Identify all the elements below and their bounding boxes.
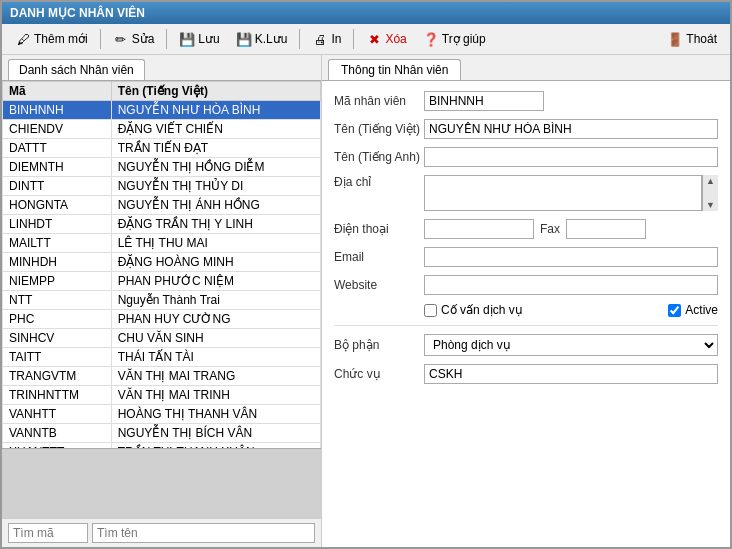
dia-chi-scrollbar[interactable]: ▲ ▼ bbox=[702, 175, 718, 211]
them-moi-label: Thêm mới bbox=[34, 32, 88, 46]
ma-nhan-vien-label: Mã nhân viên bbox=[334, 94, 424, 108]
table-row[interactable]: DATTTTRẦN TIẾN ĐẠT bbox=[3, 139, 321, 158]
table-row[interactable]: TRANGVTMVĂN THỊ MAI TRANG bbox=[3, 367, 321, 386]
content-area: Danh sách Nhân viên Mã Tên (Tiếng Việt) … bbox=[2, 55, 730, 547]
dien-thoai-input[interactable] bbox=[424, 219, 534, 239]
kluu-button[interactable]: 💾 K.Lưu bbox=[229, 28, 295, 50]
xoa-label: Xóa bbox=[385, 32, 406, 46]
ksave-icon: 💾 bbox=[236, 31, 252, 47]
table-row[interactable]: MAILTTLÊ THỊ THU MAI bbox=[3, 234, 321, 253]
dia-chi-label: Địa chỉ bbox=[334, 175, 424, 189]
table-row[interactable]: SINHCVCHU VĂN SINH bbox=[3, 329, 321, 348]
co-van-dich-vu-checkbox[interactable] bbox=[424, 304, 437, 317]
ten-tieng-viet-input[interactable] bbox=[424, 119, 718, 139]
email-input[interactable] bbox=[424, 247, 718, 267]
cell-ma: VANHTT bbox=[3, 405, 112, 424]
tro-giup-button[interactable]: ❓ Trợ giúp bbox=[416, 28, 493, 50]
table-row[interactable]: DIEMNTHNGUYỄN THỊ HỒNG DIỄM bbox=[3, 158, 321, 177]
sep3 bbox=[299, 29, 300, 49]
cell-ten: NGUYỄN THỊ HỒNG DIỄM bbox=[111, 158, 320, 177]
window-title: DANH MỤC NHÂN VIÊN bbox=[10, 6, 145, 20]
cell-ten: CHU VĂN SINH bbox=[111, 329, 320, 348]
thoat-button[interactable]: 🚪 Thoát bbox=[660, 28, 724, 50]
bo-phan-select[interactable]: Phòng dịch vụ bbox=[424, 334, 718, 356]
col-ten: Tên (Tiếng Việt) bbox=[111, 82, 320, 101]
employee-table-container[interactable]: Mã Tên (Tiếng Việt) BINHNNHNGUYỄN NHƯ HÒ… bbox=[2, 80, 321, 448]
cell-ma: LINHDT bbox=[3, 215, 112, 234]
luu-button[interactable]: 💾 Lưu bbox=[172, 28, 226, 50]
title-bar: DANH MỤC NHÂN VIÊN bbox=[2, 2, 730, 24]
table-row[interactable]: TRINHNTTMVĂN THỊ MAI TRINH bbox=[3, 386, 321, 405]
table-row[interactable]: BINHNNHNGUYỄN NHƯ HÒA BÌNH bbox=[3, 101, 321, 120]
table-row[interactable]: PHCPHAN HUY CƯỜNG bbox=[3, 310, 321, 329]
thoat-label: Thoát bbox=[686, 32, 717, 46]
active-label: Active bbox=[685, 303, 718, 317]
form-panel: Mã nhân viên Tên (Tiếng Việt) Tên (Tiếng… bbox=[322, 80, 730, 547]
cell-ma: NTT bbox=[3, 291, 112, 310]
search-ma-input[interactable] bbox=[8, 523, 88, 543]
row-ten-tieng-anh: Tên (Tiếng Anh) bbox=[334, 147, 718, 167]
cell-ma: MINHDH bbox=[3, 253, 112, 272]
sua-label: Sửa bbox=[132, 32, 155, 46]
edit-icon: ✏ bbox=[113, 31, 129, 47]
fax-label: Fax bbox=[540, 222, 560, 236]
employee-table: Mã Tên (Tiếng Việt) BINHNNHNGUYỄN NHƯ HÒ… bbox=[2, 81, 321, 448]
form-divider bbox=[334, 325, 718, 326]
them-moi-button[interactable]: 🖊 Thêm mới bbox=[8, 28, 95, 50]
delete-icon: ✖ bbox=[366, 31, 382, 47]
website-input[interactable] bbox=[424, 275, 718, 295]
dia-chi-scroll: ▲ ▼ bbox=[424, 175, 718, 211]
cell-ten: TRẦN TIẾN ĐẠT bbox=[111, 139, 320, 158]
cell-ten: THÁI TẤN TÀI bbox=[111, 348, 320, 367]
sep2 bbox=[166, 29, 167, 49]
cell-ma: PHC bbox=[3, 310, 112, 329]
toolbar: 🖊 Thêm mới ✏ Sửa 💾 Lưu 💾 K.Lưu 🖨 In ✖ Xó… bbox=[2, 24, 730, 55]
fax-input[interactable] bbox=[566, 219, 646, 239]
plus-icon: 🖊 bbox=[15, 31, 31, 47]
dien-thoai-label: Điện thoại bbox=[334, 222, 424, 236]
row-chuc-vu: Chức vụ bbox=[334, 364, 718, 384]
table-row[interactable]: MINHDHĐẶNG HOÀNG MINH bbox=[3, 253, 321, 272]
chuc-vu-input[interactable] bbox=[424, 364, 718, 384]
table-row[interactable]: LINHDTĐẶNG TRẦN THỊ Y LINH bbox=[3, 215, 321, 234]
dia-chi-input[interactable] bbox=[424, 175, 702, 211]
sua-button[interactable]: ✏ Sửa bbox=[106, 28, 162, 50]
table-row[interactable]: TAITTTHÁI TẤN TÀI bbox=[3, 348, 321, 367]
cell-ten: LÊ THỊ THU MAI bbox=[111, 234, 320, 253]
tab-thong-tin[interactable]: Thông tin Nhân viên bbox=[328, 59, 461, 80]
table-row[interactable]: NTTNguyễn Thành Trai bbox=[3, 291, 321, 310]
scrollbar-up-arrow[interactable]: ▲ bbox=[705, 175, 716, 187]
search-ten-input[interactable] bbox=[92, 523, 315, 543]
ten-tieng-anh-input[interactable] bbox=[424, 147, 718, 167]
tro-giup-label: Trợ giúp bbox=[442, 32, 486, 46]
tab-danh-sach[interactable]: Danh sách Nhân viên bbox=[8, 59, 145, 80]
table-row[interactable]: CHIENDVĐẶNG VIẾT CHIẾN bbox=[3, 120, 321, 139]
luu-label: Lưu bbox=[198, 32, 219, 46]
cell-ma: HONGNTA bbox=[3, 196, 112, 215]
cell-ten: NGUYỄN THỊ BÍCH VÂN bbox=[111, 424, 320, 443]
cell-ten: ĐẶNG HOÀNG MINH bbox=[111, 253, 320, 272]
table-row[interactable]: HONGNTANGUYỄN THỊ ÁNH HỒNG bbox=[3, 196, 321, 215]
table-row[interactable]: VANNTBNGUYỄN THỊ BÍCH VÂN bbox=[3, 424, 321, 443]
checkboxes-row: Cố vấn dịch vụ Active bbox=[334, 303, 718, 317]
exit-icon: 🚪 bbox=[667, 31, 683, 47]
help-icon: ❓ bbox=[423, 31, 439, 47]
cell-ten: Nguyễn Thành Trai bbox=[111, 291, 320, 310]
scrollbar-down-arrow[interactable]: ▼ bbox=[705, 199, 716, 211]
website-label: Website bbox=[334, 278, 424, 292]
cell-ten: NGUYỄN NHƯ HÒA BÌNH bbox=[111, 101, 320, 120]
active-checkbox[interactable] bbox=[668, 304, 681, 317]
cell-ma: VANNTB bbox=[3, 424, 112, 443]
sep1 bbox=[100, 29, 101, 49]
chuc-vu-label: Chức vụ bbox=[334, 367, 424, 381]
in-button[interactable]: 🖨 In bbox=[305, 28, 348, 50]
row-ma-nhan-vien: Mã nhân viên bbox=[334, 91, 718, 111]
cell-ma: TRANGVTM bbox=[3, 367, 112, 386]
table-row[interactable]: NIEMPPPHAN PHƯỚC NIỆM bbox=[3, 272, 321, 291]
table-row[interactable]: VANHTTHOÀNG THỊ THANH VÂN bbox=[3, 405, 321, 424]
ma-nhan-vien-input[interactable] bbox=[424, 91, 544, 111]
table-row[interactable]: DINTTNGUYỄN THỊ THỦY DI bbox=[3, 177, 321, 196]
in-label: In bbox=[331, 32, 341, 46]
cell-ten: HOÀNG THỊ THANH VÂN bbox=[111, 405, 320, 424]
xoa-button[interactable]: ✖ Xóa bbox=[359, 28, 413, 50]
